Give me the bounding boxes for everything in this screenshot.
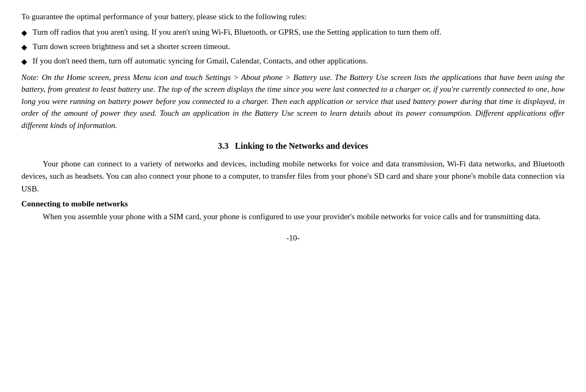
bullet-item-1: ◆ Turn off radios that you aren't using.… bbox=[21, 26, 565, 38]
section-heading: 3.3 Linking to the Networks and devices bbox=[21, 140, 565, 153]
bullet-list: ◆ Turn off radios that you aren't using.… bbox=[21, 26, 565, 67]
bullet-item-2: ◆ Turn down screen brightness and set a … bbox=[21, 41, 565, 53]
bullet-text-1: Turn off radios that you aren't using. I… bbox=[33, 26, 565, 38]
bullet-diamond-3: ◆ bbox=[21, 56, 27, 67]
section-number: 3.3 bbox=[218, 141, 228, 150]
intro-text: To guarantee the optimal performance of … bbox=[21, 11, 565, 23]
connecting-heading: Connecting to mobile networks bbox=[21, 199, 565, 209]
networks-paragraph: Your phone can connect to a variety of n… bbox=[21, 158, 565, 195]
section-title: Linking to the Networks and devices bbox=[235, 141, 368, 150]
note-block: Note: On the Home screen, press Menu ico… bbox=[21, 71, 565, 132]
bullet-item-3: ◆ If you don't need them, turn off autom… bbox=[21, 55, 565, 67]
page-number: -10- bbox=[21, 234, 565, 243]
bullet-text-3: If you don't need them, turn off automat… bbox=[33, 55, 565, 67]
bullet-diamond-1: ◆ bbox=[21, 27, 27, 38]
bullet-text-2: Turn down screen brightness and set a sh… bbox=[33, 41, 565, 53]
bullet-diamond-2: ◆ bbox=[21, 42, 27, 53]
connecting-paragraph: When you assemble your phone with a SIM … bbox=[21, 211, 565, 223]
page-content: To guarantee the optimal performance of … bbox=[21, 11, 565, 243]
